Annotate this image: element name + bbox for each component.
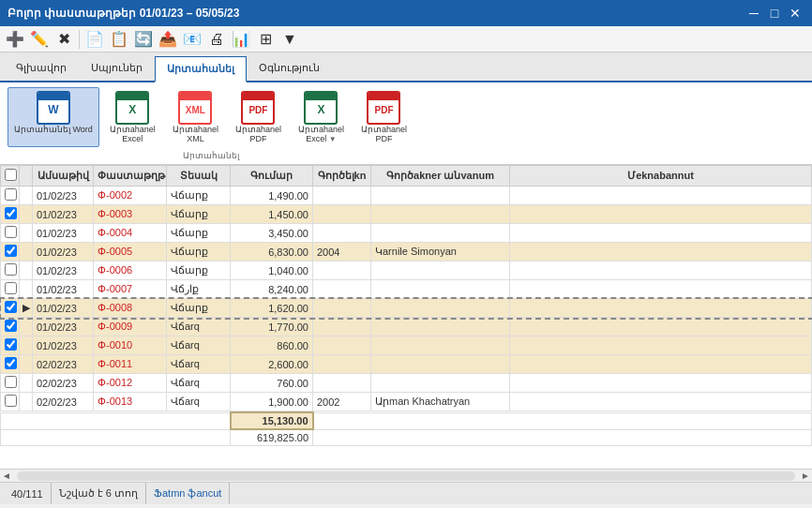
status-filter-info: Նշված է 6 տող xyxy=(52,483,146,504)
table-row[interactable]: 01/02/23Փ-0004Վճարք3,450.00 xyxy=(1,224,812,243)
data-table-container[interactable]: Ամսաթիվ Փաստաթղթի N Տեսակ Գումար Գործելk… xyxy=(0,165,812,469)
horizontal-scrollbar[interactable]: ◄ ► xyxy=(0,469,812,482)
row-checkbox[interactable] xyxy=(5,207,17,219)
col-name[interactable]: Գործakner անvanum xyxy=(371,166,510,187)
edit-button[interactable]: ✏️ xyxy=(28,28,51,51)
tab-ognutyun[interactable]: Օգնություն xyxy=(247,54,332,81)
summary-selected-row: 15,130.00 xyxy=(1,412,812,429)
row-checkbox[interactable] xyxy=(5,188,17,201)
ribbon-group-label: Արտահանել xyxy=(183,151,239,160)
col-type[interactable]: Տեսակ xyxy=(167,166,231,187)
export-pdf-button[interactable]: PDF ԱրտahanelPDF xyxy=(229,87,288,147)
email-button[interactable]: 📧 xyxy=(181,28,203,51)
table-row[interactable]: 01/02/23Փ-0002Վճարք1,490.00 xyxy=(1,187,812,205)
col-amount[interactable]: Գումար xyxy=(231,166,313,187)
cell-type: Վճarq xyxy=(167,374,231,393)
cell-amount: 1,770.00 xyxy=(231,318,313,336)
cell-num: Փ-0013 xyxy=(94,393,167,411)
excel-icon: X xyxy=(115,91,149,125)
export-button[interactable]: 📤 xyxy=(157,28,179,51)
cell-name xyxy=(371,205,510,224)
cell-type: Վճarq xyxy=(167,393,231,411)
cell-code xyxy=(313,187,371,205)
cell-date: 01/02/23 xyxy=(33,336,94,355)
cell-note xyxy=(510,374,812,393)
table-row[interactable]: ▶01/02/23Փ-0008Վճարք1,620.00 xyxy=(1,299,812,318)
more-button[interactable]: ▼ xyxy=(278,28,301,51)
row-checkbox[interactable] xyxy=(5,357,17,369)
report-button[interactable]: 📊 xyxy=(230,28,252,51)
table-row[interactable]: 02/02/23Փ-0012Վճarq760.00 xyxy=(1,374,812,393)
status-filter-btn[interactable]: Ֆatmn ֆancut xyxy=(146,483,230,504)
cell-code xyxy=(313,205,371,224)
export-group: W Արտահանել Word X ԱրտahanelExcel xyxy=(8,87,421,160)
cell-amount: 2,600.00 xyxy=(231,355,313,374)
cell-type: Վճարք xyxy=(167,243,231,261)
row-checkbox[interactable] xyxy=(5,263,17,276)
row-checkbox[interactable] xyxy=(5,226,17,238)
cell-type: Վճարք xyxy=(167,224,231,243)
close-button[interactable]: ✕ xyxy=(786,4,804,22)
table-row[interactable]: 02/02/23Փ-0013Վճarq1,900.002002Արman Kha… xyxy=(1,393,812,411)
refresh-button[interactable]: 🔄 xyxy=(132,28,155,51)
cell-code xyxy=(313,299,371,318)
status-bar: 40/111 Նշված է 6 տող Ֆatmn ֆancut xyxy=(0,482,812,504)
tab-arunabanel[interactable]: Արտահանել xyxy=(155,56,247,82)
table-row[interactable]: 01/02/23Փ-0009Վճarq1,770.00 xyxy=(1,318,812,336)
export-excel2-button[interactable]: X ԱրտahanelExcel ▼ xyxy=(292,87,351,147)
cell-num: Փ-0011 xyxy=(94,355,167,374)
tab-glavnaya[interactable]: Գլխավոր xyxy=(4,54,79,81)
scroll-left-btn[interactable]: ◄ xyxy=(0,471,13,481)
cell-num: Փ-0003 xyxy=(94,205,167,224)
cell-date: 02/02/23 xyxy=(33,374,94,393)
print-button[interactable]: 🖨 xyxy=(205,28,228,51)
col-note[interactable]: Մeknabannut xyxy=(510,166,812,187)
export-pdf-label: ԱրտahanelPDF xyxy=(235,125,281,143)
cell-type: Վճարք xyxy=(167,261,231,280)
cell-note xyxy=(510,336,812,355)
current-row-marker: ▶ xyxy=(20,299,33,318)
select-all-checkbox[interactable] xyxy=(5,169,17,181)
row-checkbox[interactable] xyxy=(5,320,17,332)
export-excel-button[interactable]: X ԱրտahanelExcel xyxy=(103,87,162,147)
col-check[interactable] xyxy=(1,166,20,187)
cell-code xyxy=(313,318,371,336)
xml-icon: XML xyxy=(178,91,212,125)
table-row[interactable]: 02/02/23Փ-0011Վճarq2,600.00 xyxy=(1,355,812,374)
row-checkbox[interactable] xyxy=(5,338,17,351)
pdf2-icon: PDF xyxy=(367,91,400,125)
table-row[interactable]: 01/02/23Փ-0010Վճarq860.00 xyxy=(1,336,812,355)
cell-note xyxy=(510,280,812,299)
table-row[interactable]: 01/02/23Փ-0006Վճարք1,040.00 xyxy=(1,261,812,280)
window-title: Բոլոր փաստաթղթեր 01/01/23 – 05/05/23 xyxy=(8,7,239,20)
maximize-button[interactable]: □ xyxy=(765,4,784,22)
copy-button[interactable]: 📄 xyxy=(83,28,106,51)
minimize-button[interactable]: ─ xyxy=(744,4,763,22)
table-row[interactable]: 01/02/23Փ-0007Վճارք8,240.00 xyxy=(1,280,812,299)
export-excel-label: ԱրտahanelExcel xyxy=(110,125,156,143)
row-checkbox[interactable] xyxy=(5,282,17,294)
export-xml-button[interactable]: XML ԱրտahanelXML xyxy=(166,87,225,147)
table-row[interactable]: 01/02/23Փ-0003Վճարք1,450.00 xyxy=(1,205,812,224)
cell-note xyxy=(510,205,812,224)
col-num[interactable]: Փաստաթղթի N xyxy=(94,166,167,187)
scroll-right-btn[interactable]: ► xyxy=(799,471,812,481)
export-pdf2-button[interactable]: PDF ԱրտahanelPDF xyxy=(354,87,414,147)
scroll-track[interactable] xyxy=(17,471,795,481)
table-row[interactable]: 01/02/23Փ-0005Վճարք6,830.002004Կarnile S… xyxy=(1,243,812,261)
col-date[interactable]: Ամսաթիվ xyxy=(33,166,94,187)
cell-amount: 1,900.00 xyxy=(231,393,313,411)
row-checkbox[interactable] xyxy=(5,376,17,388)
grid-button[interactable]: ⊞ xyxy=(254,28,277,51)
add-button[interactable]: ➕ xyxy=(4,28,26,51)
col-code[interactable]: Գործելkn xyxy=(313,166,371,187)
paste-button[interactable]: 📋 xyxy=(108,28,130,51)
export-word-button[interactable]: W Արտահանել Word xyxy=(8,87,99,147)
tab-spyuner[interactable]: Սպյուներ xyxy=(79,54,155,81)
delete-button[interactable]: ✖ xyxy=(53,28,75,51)
row-checkbox[interactable] xyxy=(5,395,17,407)
cell-date: 01/02/23 xyxy=(33,280,94,299)
row-checkbox[interactable] xyxy=(5,301,17,313)
content-area: Ամսաթիվ Փաստաթղթի N Տեսակ Գումար Գործելk… xyxy=(0,165,812,482)
row-checkbox[interactable] xyxy=(5,245,17,257)
